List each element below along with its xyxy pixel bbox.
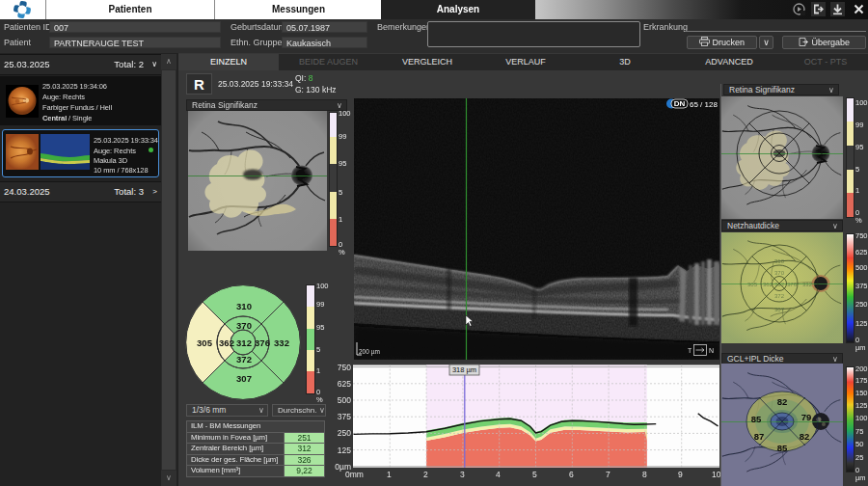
svg-text:85: 85 <box>777 443 788 453</box>
svg-text:332: 332 <box>802 282 813 287</box>
svg-text:N: N <box>709 347 714 354</box>
svg-text:87: 87 <box>754 431 765 442</box>
svg-text:305: 305 <box>197 338 213 348</box>
svg-text:376: 376 <box>787 282 798 287</box>
svg-text:372: 372 <box>236 354 252 364</box>
svg-text:372: 372 <box>774 293 785 299</box>
svg-text:65 / 128: 65 / 128 <box>690 100 718 109</box>
svg-text:376: 376 <box>255 338 270 348</box>
svg-text:362: 362 <box>763 282 773 287</box>
svg-text:312: 312 <box>236 338 252 348</box>
svg-text:362: 362 <box>219 338 234 348</box>
svg-text:85: 85 <box>751 414 762 424</box>
svg-text:82: 82 <box>777 396 788 407</box>
svg-text:307: 307 <box>774 307 785 312</box>
svg-text:318 µm: 318 µm <box>452 365 476 374</box>
svg-text:305: 305 <box>747 282 758 287</box>
svg-text:332: 332 <box>274 338 289 348</box>
svg-text:200 µm: 200 µm <box>359 348 380 356</box>
svg-text:T: T <box>688 347 692 354</box>
svg-text:82: 82 <box>800 431 810 442</box>
svg-text:312: 312 <box>774 282 785 287</box>
svg-text:79: 79 <box>801 412 812 422</box>
svg-text:370: 370 <box>236 320 252 331</box>
svg-text:310: 310 <box>774 258 785 264</box>
svg-text:DN: DN <box>674 99 686 108</box>
svg-text:310: 310 <box>236 301 252 311</box>
svg-text:307: 307 <box>236 373 252 384</box>
svg-text:370: 370 <box>774 270 785 276</box>
